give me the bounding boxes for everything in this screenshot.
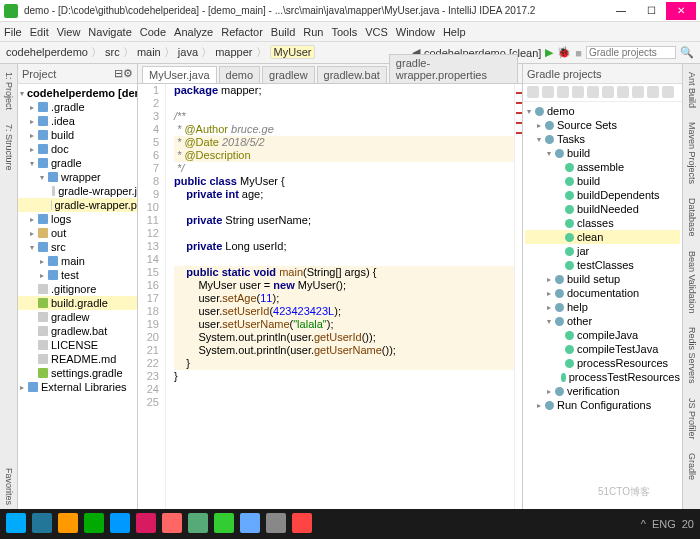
gradle-toolbar-button[interactable] bbox=[662, 86, 674, 98]
gradle-node[interactable]: compileTestJava bbox=[525, 342, 680, 356]
breadcrumb-MyUser[interactable]: MyUser bbox=[270, 45, 316, 59]
project-tree[interactable]: ▾codehelperdemo [demo]▸.gradle▸.idea▸bui… bbox=[18, 84, 137, 509]
menu-help[interactable]: Help bbox=[443, 26, 466, 38]
editor-tab[interactable]: gradlew bbox=[262, 66, 315, 83]
menu-vcs[interactable]: VCS bbox=[365, 26, 388, 38]
gradle-node[interactable]: ▾Tasks bbox=[525, 132, 680, 146]
favorites-tab[interactable]: Favorites bbox=[4, 464, 14, 509]
gradle-node[interactable]: ▸build setup bbox=[525, 272, 680, 286]
project-node[interactable]: gradlew.bat bbox=[18, 324, 137, 338]
gradle-toolbar-button[interactable] bbox=[647, 86, 659, 98]
code-editor[interactable]: 1234567891011121314151617181920212223242… bbox=[138, 84, 522, 509]
taskbar-app-icon[interactable] bbox=[110, 513, 130, 533]
gradle-node[interactable]: ▸Source Sets bbox=[525, 118, 680, 132]
gradle-node[interactable]: processResources bbox=[525, 356, 680, 370]
gradle-node[interactable]: ▸verification bbox=[525, 384, 680, 398]
tray-lang[interactable]: ENG bbox=[652, 518, 676, 530]
project-node[interactable]: ▸main bbox=[18, 254, 137, 268]
gradle-toolbar-button[interactable] bbox=[572, 86, 584, 98]
project-node[interactable]: gradle-wrapper.p bbox=[18, 198, 137, 212]
tool-tab-bean-validation[interactable]: Bean Validation bbox=[687, 247, 697, 317]
tool-tab-js-profiler[interactable]: JS Profiler bbox=[687, 394, 697, 444]
editor-tab[interactable]: gradle-wrapper.properties bbox=[389, 54, 518, 83]
project-node[interactable]: ▸logs bbox=[18, 212, 137, 226]
gradle-node[interactable]: ▾demo bbox=[525, 104, 680, 118]
gradle-node[interactable]: ▾other bbox=[525, 314, 680, 328]
gradle-search-input[interactable] bbox=[586, 46, 676, 59]
collapse-icon[interactable]: ⊟ bbox=[114, 67, 123, 80]
gradle-node[interactable]: build bbox=[525, 174, 680, 188]
taskbar-app-icon[interactable] bbox=[162, 513, 182, 533]
taskbar-app-icon[interactable] bbox=[58, 513, 78, 533]
breadcrumb-main[interactable]: main bbox=[137, 46, 161, 58]
editor-tab[interactable]: MyUser.java bbox=[142, 66, 217, 83]
tool-tab-gradle[interactable]: Gradle bbox=[687, 449, 697, 484]
menu-window[interactable]: Window bbox=[396, 26, 435, 38]
project-node[interactable]: ▸.idea bbox=[18, 114, 137, 128]
menu-run[interactable]: Run bbox=[303, 26, 323, 38]
project-node[interactable]: gradle-wrapper.j bbox=[18, 184, 137, 198]
gradle-toolbar-button[interactable] bbox=[632, 86, 644, 98]
menu-edit[interactable]: Edit bbox=[30, 26, 49, 38]
gradle-node[interactable]: ▾build bbox=[525, 146, 680, 160]
menu-build[interactable]: Build bbox=[271, 26, 295, 38]
gradle-toolbar-button[interactable] bbox=[557, 86, 569, 98]
project-node[interactable]: ▾wrapper bbox=[18, 170, 137, 184]
gradle-node[interactable]: buildDependents bbox=[525, 188, 680, 202]
gradle-node[interactable]: classes bbox=[525, 216, 680, 230]
menu-tools[interactable]: Tools bbox=[331, 26, 357, 38]
gradle-node[interactable]: ▸Run Configurations bbox=[525, 398, 680, 412]
gradle-toolbar-button[interactable] bbox=[602, 86, 614, 98]
close-button[interactable]: ✕ bbox=[666, 2, 696, 20]
code-lines[interactable]: package mapper;/** * @Author bruce.ge * … bbox=[166, 84, 514, 509]
gradle-toolbar-button[interactable] bbox=[617, 86, 629, 98]
gradle-node[interactable]: compileJava bbox=[525, 328, 680, 342]
taskbar-app-icon[interactable] bbox=[240, 513, 260, 533]
gradle-node[interactable]: assemble bbox=[525, 160, 680, 174]
breadcrumb-mapper[interactable]: mapper bbox=[215, 46, 252, 58]
editor-tab[interactable]: demo bbox=[219, 66, 261, 83]
taskbar-app-icon[interactable] bbox=[266, 513, 286, 533]
breadcrumb-codehelperdemo[interactable]: codehelperdemo bbox=[6, 46, 88, 58]
gradle-tree[interactable]: ▾demo▸Source Sets▾Tasks▾buildassemblebui… bbox=[523, 102, 682, 509]
project-node[interactable]: ▸.gradle bbox=[18, 100, 137, 114]
debug-icon[interactable]: 🐞 bbox=[557, 46, 571, 59]
tray-up-icon[interactable]: ^ bbox=[641, 518, 646, 530]
project-node[interactable]: .gitignore bbox=[18, 282, 137, 296]
minimize-button[interactable]: — bbox=[606, 2, 636, 20]
menu-analyze[interactable]: Analyze bbox=[174, 26, 213, 38]
gradle-node[interactable]: testClasses bbox=[525, 258, 680, 272]
project-node[interactable]: ▾gradle bbox=[18, 156, 137, 170]
tool-tab-redis-servers[interactable]: Redis Servers bbox=[687, 323, 697, 388]
taskbar-app-icon[interactable] bbox=[84, 513, 104, 533]
tool-tab-7-structure[interactable]: 7: Structure bbox=[4, 120, 14, 175]
gradle-node[interactable]: jar bbox=[525, 244, 680, 258]
project-node[interactable]: ▸test bbox=[18, 268, 137, 282]
project-node[interactable]: gradlew bbox=[18, 310, 137, 324]
project-node[interactable]: ▸build bbox=[18, 128, 137, 142]
menu-navigate[interactable]: Navigate bbox=[88, 26, 131, 38]
stop-icon[interactable]: ■ bbox=[575, 47, 582, 59]
windows-taskbar[interactable]: ^ ENG 20 bbox=[0, 509, 700, 539]
gradle-toolbar-button[interactable] bbox=[587, 86, 599, 98]
taskbar-app-icon[interactable] bbox=[214, 513, 234, 533]
menu-code[interactable]: Code bbox=[140, 26, 166, 38]
gradle-node[interactable]: ▸documentation bbox=[525, 286, 680, 300]
run-icon[interactable]: ▶ bbox=[545, 46, 553, 59]
gradle-node[interactable]: clean bbox=[525, 230, 680, 244]
editor-tab[interactable]: gradlew.bat bbox=[317, 66, 387, 83]
taskbar-app-icon[interactable] bbox=[136, 513, 156, 533]
gradle-node[interactable]: processTestResources bbox=[525, 370, 680, 384]
project-node[interactable]: ▾src bbox=[18, 240, 137, 254]
project-node[interactable]: LICENSE bbox=[18, 338, 137, 352]
menu-file[interactable]: File bbox=[4, 26, 22, 38]
taskbar-app-icon[interactable] bbox=[292, 513, 312, 533]
taskbar-app-icon[interactable] bbox=[32, 513, 52, 533]
gradle-node[interactable]: ▸help bbox=[525, 300, 680, 314]
taskbar-app-icon[interactable] bbox=[188, 513, 208, 533]
project-node[interactable]: README.md bbox=[18, 352, 137, 366]
project-node[interactable]: ▸doc bbox=[18, 142, 137, 156]
project-node[interactable]: ▸External Libraries bbox=[18, 380, 137, 394]
project-node[interactable]: settings.gradle bbox=[18, 366, 137, 380]
taskbar-app-icon[interactable] bbox=[6, 513, 26, 533]
